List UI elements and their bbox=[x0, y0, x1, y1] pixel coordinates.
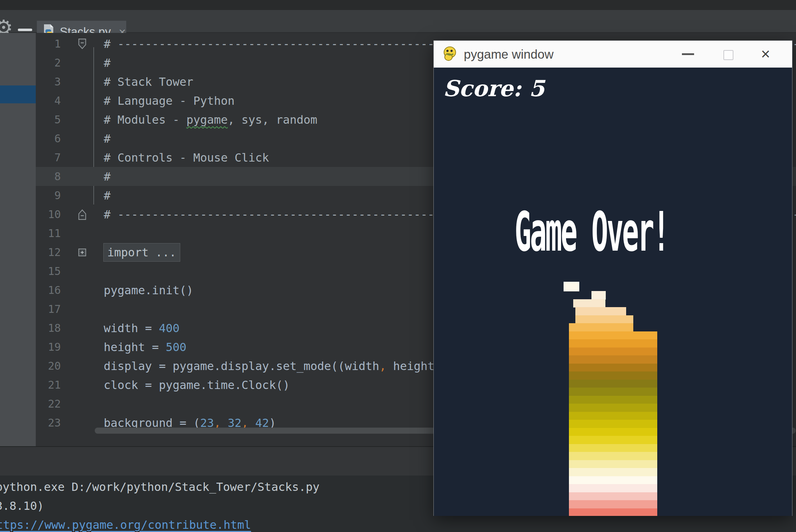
code-text: # Controls - Mouse Click bbox=[104, 151, 269, 164]
code-text: clock = pygame.time.Clock() bbox=[104, 378, 290, 392]
stack-block bbox=[569, 508, 657, 516]
game-over-text: Game Over! bbox=[515, 201, 668, 263]
stack-block bbox=[569, 500, 657, 509]
tool-window-stripe bbox=[0, 33, 36, 446]
minimize-button[interactable] bbox=[682, 53, 694, 55]
falling-block bbox=[564, 282, 579, 291]
line-number[interactable]: 15 bbox=[36, 265, 61, 277]
stack-block bbox=[569, 396, 657, 404]
line-number[interactable]: 2 bbox=[36, 56, 61, 69]
stack-block bbox=[569, 452, 657, 460]
fold-plus-icon[interactable] bbox=[61, 248, 104, 257]
line-number[interactable]: 23 bbox=[36, 417, 61, 429]
stack-block bbox=[569, 339, 657, 348]
stack-block bbox=[569, 444, 657, 453]
stack-block bbox=[569, 412, 657, 420]
stack-block bbox=[591, 291, 606, 300]
stack-block bbox=[569, 460, 657, 469]
line-number[interactable]: 17 bbox=[36, 303, 61, 315]
tool-window-selected-item[interactable] bbox=[0, 85, 36, 103]
code-text: # bbox=[104, 132, 110, 146]
stack-block bbox=[575, 307, 626, 316]
stack-block bbox=[569, 388, 657, 396]
code-text: width = 400 bbox=[104, 321, 180, 335]
stack-block bbox=[569, 420, 657, 428]
stack-block bbox=[569, 428, 657, 437]
close-icon[interactable]: × bbox=[761, 44, 770, 64]
line-number[interactable]: 8 bbox=[36, 170, 61, 183]
line-number[interactable]: 11 bbox=[36, 227, 61, 240]
pygame-titlebar[interactable]: pygame window × bbox=[434, 41, 792, 68]
code-text: # bbox=[104, 170, 110, 183]
minimize-panel-icon[interactable] bbox=[18, 29, 32, 31]
stack-block bbox=[573, 299, 605, 308]
line-number[interactable]: 18 bbox=[36, 322, 61, 334]
stack-block bbox=[569, 468, 657, 477]
stack-block bbox=[569, 355, 657, 364]
line-number[interactable]: 16 bbox=[36, 284, 61, 296]
line-number[interactable]: 21 bbox=[36, 379, 61, 391]
stack-block bbox=[569, 348, 657, 356]
editor-tab-bar: ⚙ Stacks.py × bbox=[0, 10, 796, 33]
stack-block bbox=[569, 484, 657, 493]
stack-block bbox=[569, 371, 657, 380]
code-text: # Stack Tower bbox=[104, 75, 193, 89]
line-number[interactable]: 4 bbox=[36, 94, 61, 107]
score-text: Score: 5 bbox=[443, 75, 545, 102]
fold-end-icon[interactable] bbox=[61, 209, 104, 220]
stack-block bbox=[569, 331, 657, 340]
code-text: # bbox=[104, 189, 110, 202]
line-number[interactable]: 3 bbox=[36, 75, 61, 88]
code-text: # bbox=[104, 56, 110, 70]
line-number[interactable]: 5 bbox=[36, 113, 61, 126]
line-number[interactable]: 20 bbox=[36, 360, 61, 372]
line-number[interactable]: 9 bbox=[36, 189, 61, 202]
code-text: display = pygame.display.set_mode((width… bbox=[104, 359, 448, 373]
pygame-window[interactable]: pygame window × Score: 5 Game Over! bbox=[433, 40, 792, 516]
game-canvas: Score: 5 Game Over! bbox=[434, 68, 792, 516]
stack-block bbox=[569, 364, 657, 372]
line-number[interactable]: 12 bbox=[36, 246, 61, 258]
line-number[interactable]: 1 bbox=[36, 38, 61, 50]
code-text: # Language - Python bbox=[104, 94, 235, 108]
maximize-button[interactable] bbox=[723, 50, 733, 60]
console-link[interactable]: https://www.pygame.org/contribute.html bbox=[0, 516, 785, 532]
stack-block bbox=[575, 315, 633, 324]
stack-block bbox=[569, 404, 657, 412]
line-number[interactable]: 6 bbox=[36, 132, 61, 145]
code-text: import ... bbox=[104, 246, 180, 259]
stack-block bbox=[569, 323, 633, 332]
window-top-strip bbox=[0, 0, 796, 10]
pygame-logo-icon bbox=[442, 45, 458, 63]
fold-start-icon[interactable] bbox=[61, 38, 104, 50]
line-number[interactable]: 7 bbox=[36, 151, 61, 164]
line-number[interactable]: 19 bbox=[36, 341, 61, 353]
line-number[interactable]: 22 bbox=[36, 398, 61, 410]
stack-block bbox=[569, 492, 657, 501]
code-text: # Modules - pygame, sys, random bbox=[104, 113, 317, 127]
stack-block bbox=[569, 380, 657, 388]
code-text: pygame.init() bbox=[104, 284, 193, 297]
stack-block bbox=[569, 476, 657, 485]
pygame-window-title: pygame window bbox=[464, 47, 554, 61]
line-number[interactable]: 10 bbox=[36, 208, 61, 221]
code-text: height = 500 bbox=[104, 340, 186, 354]
stack-block bbox=[569, 436, 657, 444]
